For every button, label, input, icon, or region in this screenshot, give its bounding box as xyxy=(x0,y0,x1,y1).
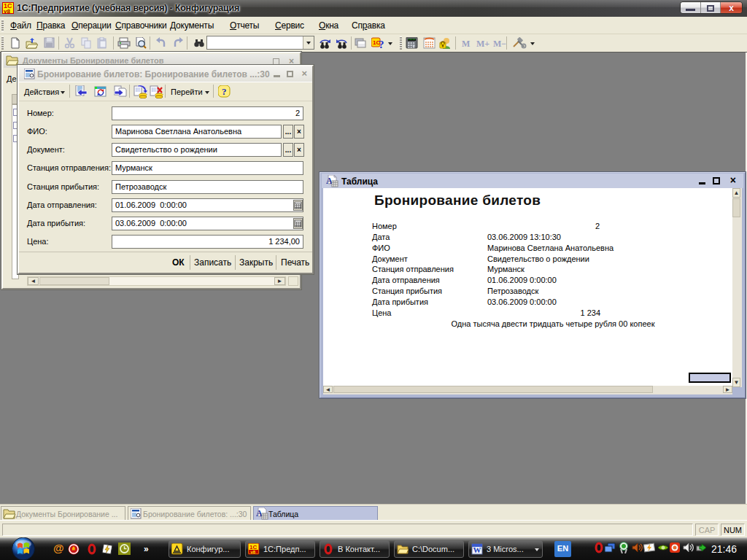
svg-text:?: ? xyxy=(379,39,384,50)
svg-text:W: W xyxy=(473,545,481,554)
svg-text:v8: v8 xyxy=(251,550,256,554)
svg-text:?: ? xyxy=(222,86,227,97)
